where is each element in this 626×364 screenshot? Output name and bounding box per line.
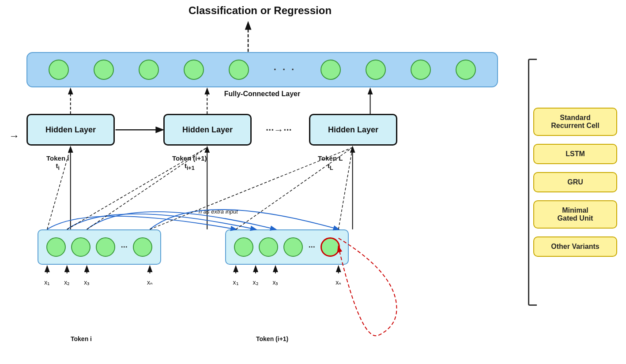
diagram-title: Classification or Regression (9, 4, 511, 17)
svg-text:xₙ: xₙ (147, 279, 153, 286)
svg-text:x₂: x₂ (64, 279, 70, 286)
embed-neuron-2-2 (259, 237, 278, 257)
fc-neuron-7 (366, 60, 386, 80)
svg-text:x₃: x₃ (272, 279, 278, 286)
embed-neuron-2-1 (234, 237, 253, 257)
sidebar-item-gru[interactable]: GRU (533, 172, 617, 192)
embed-neuron-1-2 (71, 237, 91, 257)
sidebar-item-minimal-gated[interactable]: MinimalGated Unit (533, 200, 617, 229)
diagram-area: Classification or Regression · · · Fully… (0, 0, 520, 364)
fc-neuron-4 (184, 60, 204, 80)
hidden-layer-3: Hidden Layer (309, 114, 397, 146)
fc-layer-label: Fully-Connected Layer (224, 90, 300, 98)
embed-neuron-highlighted (321, 237, 340, 257)
token-label-1: Token iti (46, 154, 69, 171)
bottom-token-label-1: Token i (71, 335, 92, 342)
sidebar-item-lstm[interactable]: LSTM (533, 144, 617, 164)
bottom-token-label-2: Token (i+1) (256, 335, 288, 342)
fc-neuron-1 (49, 60, 69, 80)
sidebar-item-other-variants[interactable]: Other Variants (533, 236, 617, 257)
svg-text:x₁: x₁ (233, 279, 239, 286)
fc-neuron-8 (411, 60, 431, 80)
hidden-layer-1: Hidden Layer (26, 114, 115, 146)
fc-dots: · · · (274, 64, 296, 75)
fc-layer: · · · Fully-Connected Layer (26, 52, 498, 87)
svg-text:x₃: x₃ (84, 279, 90, 286)
embed-dots-2: ··· (309, 243, 315, 252)
sidebar-bracket (528, 59, 537, 306)
fc-neuron-2 (94, 60, 114, 80)
fc-neuron-3 (139, 60, 159, 80)
embed-layer-2: ··· (225, 229, 349, 265)
embed-neuron-1-1 (46, 237, 66, 257)
h-extra-input-label: h as extra input (199, 208, 238, 215)
fc-neuron-5 (229, 60, 249, 80)
main-container: Classification or Regression · · · Fully… (0, 0, 626, 364)
svg-text:x₁: x₁ (44, 279, 50, 286)
sidebar-item-standard-recurrent[interactable]: StandardRecurrent Cell (533, 108, 617, 136)
hidden-layer-2: Hidden Layer (163, 114, 252, 146)
sidebar: StandardRecurrent Cell LSTM GRU MinimalG… (520, 0, 626, 364)
embed-neuron-1-3 (96, 237, 115, 257)
embed-dots-1: ··· (121, 243, 128, 252)
fc-neuron-6 (321, 60, 341, 80)
svg-text:xₙ: xₙ (336, 279, 341, 286)
svg-text:x₂: x₂ (253, 279, 259, 286)
fc-neuron-9 (456, 60, 476, 80)
embed-layer-1: ··· (38, 229, 161, 265)
token-label-3: Token LtL (318, 154, 343, 171)
embed-neuron-2-3 (283, 237, 303, 257)
hidden-dots: ···→··· (266, 124, 292, 136)
input-arrow-left: → (9, 130, 19, 142)
embed-neuron-1-4 (133, 237, 152, 257)
token-label-2: Token (i+1)ti+1 (172, 154, 207, 171)
